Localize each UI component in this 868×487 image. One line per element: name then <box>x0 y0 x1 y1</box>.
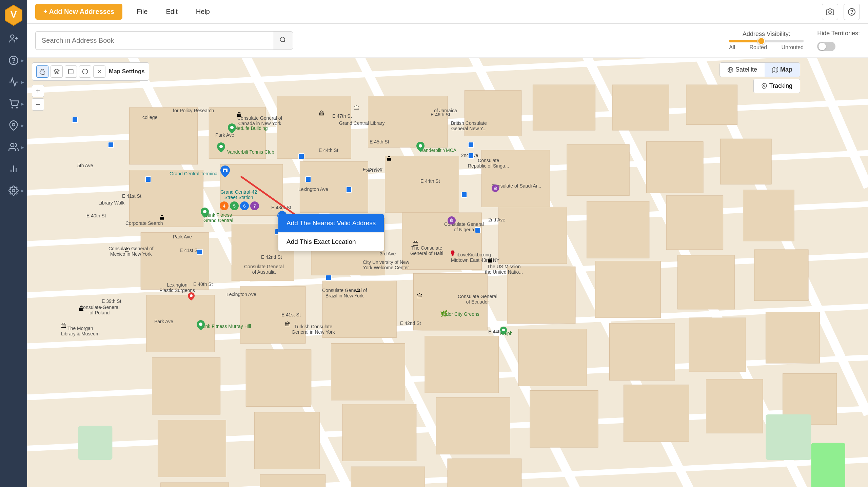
svg-line-25 <box>567 58 823 487</box>
svg-point-105 <box>419 144 422 148</box>
plastic-surgeons-marker <box>188 292 195 302</box>
sidebar-item-team[interactable]: ▶ <box>2 137 25 157</box>
canada-consulate-icon: 🏛 <box>237 112 242 118</box>
svg-rect-77 <box>158 420 226 477</box>
svg-rect-37 <box>130 108 198 164</box>
turkey-consulate-icon: 🏛 <box>285 322 290 328</box>
svg-rect-68 <box>754 250 808 301</box>
add-addresses-button[interactable]: + Add New Addresses <box>35 4 122 20</box>
zoom-out-button[interactable]: − <box>32 98 44 111</box>
svg-rect-90 <box>811 443 845 487</box>
svg-rect-40 <box>368 96 448 148</box>
hide-territories-label: Hide Territories: <box>817 30 860 37</box>
svg-point-104 <box>219 145 223 148</box>
label-routed: Routed <box>749 44 767 51</box>
svg-rect-66 <box>595 261 661 318</box>
sidebar-item-add-user[interactable] <box>2 28 25 49</box>
ralph-marker <box>500 327 507 336</box>
visibility-area: Address Visibility: All Routed Unrouted … <box>729 30 860 51</box>
corporate-search-icon: 🏛 <box>159 215 165 221</box>
svg-rect-64 <box>413 273 487 330</box>
svg-line-19 <box>284 41 285 42</box>
search-button[interactable] <box>273 32 292 50</box>
svg-point-15 <box>829 11 831 14</box>
svg-marker-99 <box>772 67 778 72</box>
svg-line-35 <box>27 409 868 448</box>
app-logo[interactable]: V <box>3 3 24 24</box>
menu-file[interactable]: File <box>133 5 152 18</box>
svg-rect-91 <box>78 426 113 460</box>
nigeria-consulate-marker: 🏛 <box>448 216 456 225</box>
sidebar-item-help[interactable]: ▶ <box>2 50 25 71</box>
label-all: All <box>729 44 735 51</box>
sidebar-item-routes[interactable]: ▶ <box>2 72 25 92</box>
zoom-in-button[interactable]: + <box>32 85 44 97</box>
svg-rect-75 <box>689 318 746 372</box>
ecuador-consulate-icon: 🏛 <box>417 293 422 299</box>
slider-labels: All Routed Unrouted <box>729 44 804 51</box>
circle-tool-button[interactable] <box>79 65 91 78</box>
map-area[interactable]: Map Settings + − Satellite <box>27 58 868 487</box>
sidebar-item-settings[interactable]: ▶ <box>2 180 25 201</box>
blue-square-2 <box>145 176 151 182</box>
svg-rect-107 <box>224 170 226 172</box>
svg-point-14 <box>12 189 15 192</box>
svg-rect-60 <box>743 190 794 241</box>
satellite-label: Satellite <box>735 66 757 73</box>
map-view-button[interactable]: Map <box>765 63 800 77</box>
svg-rect-20 <box>27 58 868 487</box>
search-input[interactable] <box>36 32 273 49</box>
svg-line-36 <box>27 460 868 487</box>
visibility-slider[interactable] <box>729 40 804 42</box>
us-mission-icon: 🏛 <box>488 258 493 264</box>
add-nearest-address-button[interactable]: Add The Nearest Valid Address <box>278 214 384 233</box>
layers-tool-button[interactable] <box>51 65 63 78</box>
svg-point-8 <box>17 107 18 108</box>
svg-line-24 <box>453 58 709 487</box>
sidebar-item-tracking[interactable]: ▶ <box>2 115 25 136</box>
svg-line-26 <box>680 58 868 414</box>
svg-rect-80 <box>436 397 510 454</box>
svg-line-21 <box>112 58 368 487</box>
svg-point-103 <box>230 126 234 129</box>
search-container <box>35 31 293 50</box>
visibility-label: Address Visibility: <box>743 31 790 38</box>
satellite-view-button[interactable]: Satellite <box>720 63 765 77</box>
vanderbilt-tennis-marker <box>217 142 225 154</box>
svg-line-29 <box>27 102 868 141</box>
svg-rect-70 <box>246 350 311 407</box>
close-tool-button[interactable] <box>93 65 105 78</box>
svg-rect-93 <box>68 69 73 74</box>
kickboxing-icon: 🥊 <box>450 250 455 256</box>
svg-line-34 <box>27 357 868 397</box>
blue-square-6 <box>346 187 352 193</box>
grand-central-terminal-marker <box>220 165 230 178</box>
tracking-button[interactable]: Tracking <box>753 79 800 93</box>
svg-rect-79 <box>342 404 416 461</box>
hide-territories-toggle[interactable] <box>817 42 835 51</box>
menu-help[interactable]: Help <box>192 5 214 18</box>
menu-edit[interactable]: Edit <box>162 5 181 18</box>
sidebar-item-analytics[interactable] <box>2 159 25 179</box>
svg-rect-59 <box>666 196 723 250</box>
add-exact-location-button[interactable]: Add This Exact Location <box>278 233 384 251</box>
help-button[interactable] <box>844 4 860 20</box>
blink-fitness-gc-marker <box>201 208 209 219</box>
toggle-knob <box>818 43 826 50</box>
hand-tool-button[interactable] <box>36 65 48 78</box>
svg-rect-74 <box>610 324 675 381</box>
main-content: + Add New Addresses File Edit Help <box>27 0 868 487</box>
context-menu: Add The Nearest Valid Address Add This E… <box>278 214 384 251</box>
svg-point-6 <box>13 62 14 63</box>
blue-square-1 <box>108 142 114 148</box>
topbar: + Add New Addresses File Edit Help <box>27 0 868 24</box>
sidebar-item-orders[interactable]: ▶ <box>2 94 25 114</box>
camera-button[interactable] <box>822 4 838 20</box>
svg-rect-44 <box>686 85 737 124</box>
brazil-consulate-icon: 🏛 <box>355 288 361 294</box>
rect-tool-button[interactable] <box>65 65 77 78</box>
svg-rect-81 <box>530 391 598 448</box>
svg-rect-87 <box>351 467 425 487</box>
svg-point-9 <box>12 123 15 126</box>
svg-rect-58 <box>587 201 649 258</box>
